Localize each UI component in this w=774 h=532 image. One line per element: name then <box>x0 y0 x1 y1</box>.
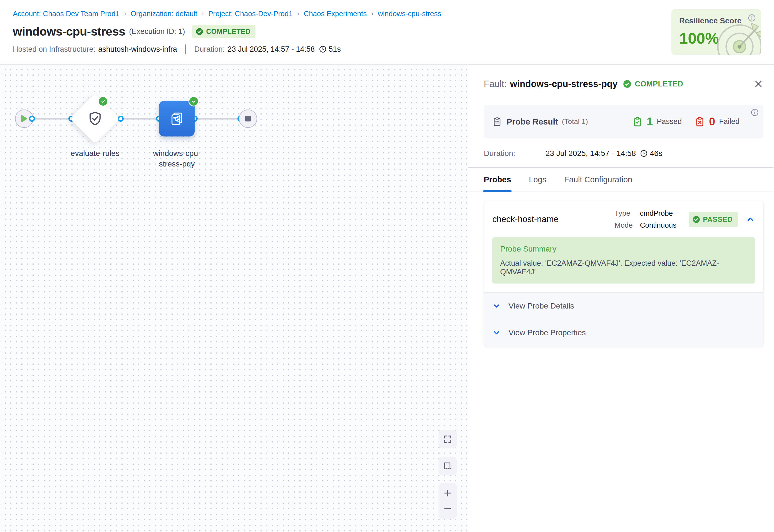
tab-logs[interactable]: Logs <box>529 175 546 192</box>
probe-type-mode: Type cmdProbe Mode Continuous <box>615 209 677 230</box>
probe-name: check-host-name <box>492 214 559 224</box>
view-probe-details-row[interactable]: View Probe Details <box>484 293 763 319</box>
breadcrumb-current[interactable]: windows-cpu-stress <box>378 9 441 18</box>
chevron-down-icon <box>492 329 501 337</box>
node-label-line2: stress-pqy <box>132 159 221 169</box>
clipboard-icon <box>492 117 502 127</box>
probe-summary-text: Actual value: 'EC2AMAZ-QMVAF4J'. Expecte… <box>500 259 747 276</box>
passed-count: 1 <box>647 115 653 128</box>
failed-label: Failed <box>719 117 740 126</box>
check-circle-icon <box>623 80 631 88</box>
execution-id: (Execution ID: 1) <box>129 27 185 36</box>
node-label-fault: windows-cpu- stress-pqy <box>132 148 221 169</box>
clock-icon <box>640 149 648 158</box>
view-probe-details-label: View Probe Details <box>508 302 574 310</box>
node-label-line1: windows-cpu- <box>132 148 221 159</box>
page-header: Account: Chaos Dev Team Prod1 › Organiza… <box>0 0 774 65</box>
fault-duration-seconds: 46s <box>650 149 662 158</box>
breadcrumb-account[interactable]: Account: Chaos Dev Team Prod1 <box>13 9 120 18</box>
failed-count: 0 <box>709 115 715 128</box>
probe-type-value: cmdProbe <box>640 209 677 218</box>
probe-card-footer: View Probe Details View Probe Properties <box>484 292 763 346</box>
node-success-badge <box>98 96 108 106</box>
breadcrumb-organization[interactable]: Organization: default <box>131 9 197 18</box>
pipeline-canvas[interactable]: evaluate-rules windows-cpu- stress-pqy <box>0 65 468 531</box>
chevron-down-icon <box>492 302 501 310</box>
fault-label: Fault: <box>484 79 507 89</box>
stop-icon <box>245 116 251 122</box>
shield-check-icon <box>86 110 104 127</box>
probe-result-title: Probe Result <box>507 117 558 126</box>
resilience-score-card: Resilience Score 100% <box>671 9 761 55</box>
chevron-up-icon[interactable] <box>746 215 755 224</box>
breadcrumb-separator: › <box>297 10 299 18</box>
pipeline-end-node[interactable] <box>239 110 257 128</box>
fault-detail-panel: Fault: windows-cpu-stress-pqy COMPLETED <box>468 65 773 531</box>
breadcrumb-separator: › <box>202 10 204 18</box>
probe-card: check-host-name Type cmdProbe Mode Conti… <box>484 201 763 346</box>
tab-fault-configuration[interactable]: Fault Configuration <box>564 175 632 192</box>
duration-seconds: 51s <box>329 45 341 54</box>
node-label-evaluate-rules: evaluate-rules <box>51 148 140 159</box>
failed-stat: 0 Failed <box>694 115 740 128</box>
fault-status-text: COMPLETED <box>635 80 683 88</box>
breadcrumb: Account: Chaos Dev Team Prod1 › Organiza… <box>13 0 761 18</box>
info-icon[interactable] <box>750 108 759 117</box>
play-icon <box>21 115 28 123</box>
clipboard-x-icon <box>694 116 705 127</box>
duration-value: 23 Jul 2025, 14:57 - 14:58 <box>227 45 315 54</box>
infrastructure-name: ashutosh-windows-infra <box>98 45 177 54</box>
passed-stat: 1 Passed <box>632 115 682 128</box>
close-icon[interactable] <box>753 79 763 89</box>
probe-status-text: PASSED <box>703 215 733 224</box>
check-circle-icon <box>196 28 203 35</box>
fault-name: windows-cpu-stress-pqy <box>510 79 618 89</box>
marquee-select-button[interactable] <box>438 457 457 475</box>
check-circle-icon <box>693 216 700 223</box>
fault-duration-value: 23 Jul 2025, 14:57 - 14:58 <box>545 149 636 158</box>
duration-label: Duration: <box>194 45 225 54</box>
zoom-controls <box>438 483 457 519</box>
tab-probes[interactable]: Probes <box>484 175 511 192</box>
breadcrumb-project[interactable]: Project: Chaos-Dev-Prod1 <box>208 9 292 18</box>
page-title: windows-cpu-stress <box>13 25 125 38</box>
breadcrumb-separator: › <box>371 10 373 18</box>
view-probe-properties-label: View Probe Properties <box>508 328 586 337</box>
meta-divider <box>185 44 186 54</box>
probe-type-label: Type <box>615 209 633 218</box>
experiment-status-text: COMPLETED <box>206 28 250 36</box>
probe-status-badge: PASSED <box>689 212 738 227</box>
node-port <box>29 116 35 122</box>
zoom-out-button[interactable] <box>438 504 457 514</box>
zoom-in-button[interactable] <box>438 488 457 498</box>
breadcrumb-chaos-experiments[interactable]: Chaos Experiments <box>304 9 367 18</box>
pipeline-connector <box>24 118 248 120</box>
fault-duration-label: Duration: <box>484 149 545 158</box>
probe-summary: Probe Summary Actual value: 'EC2AMAZ-QMV… <box>492 237 755 284</box>
probe-result-summary: Probe Result (Total 1) 1 Passed <box>484 105 763 138</box>
node-windows-cpu-stress-pqy[interactable] <box>159 101 195 136</box>
fault-experiment-icon <box>169 111 185 127</box>
node-success-badge <box>188 96 199 106</box>
clock-icon <box>319 45 327 53</box>
target-illustration <box>712 15 761 55</box>
probe-mode-label: Mode <box>615 221 633 230</box>
probe-summary-title: Probe Summary <box>500 245 747 253</box>
panel-tabs: Probes Logs Fault Configuration <box>468 168 773 192</box>
experiment-status-badge: COMPLETED <box>192 25 255 38</box>
passed-label: Passed <box>657 117 682 126</box>
view-probe-properties-row[interactable]: View Probe Properties <box>484 319 763 346</box>
probe-mode-value: Continuous <box>640 221 677 230</box>
clipboard-check-icon <box>632 116 643 127</box>
fault-status-badge: COMPLETED <box>623 80 683 88</box>
probe-result-total: (Total 1) <box>562 117 588 126</box>
breadcrumb-separator: › <box>124 10 126 18</box>
fit-to-screen-button[interactable] <box>438 430 457 448</box>
hosted-on-label: Hosted on Infrastructure: <box>13 45 95 54</box>
